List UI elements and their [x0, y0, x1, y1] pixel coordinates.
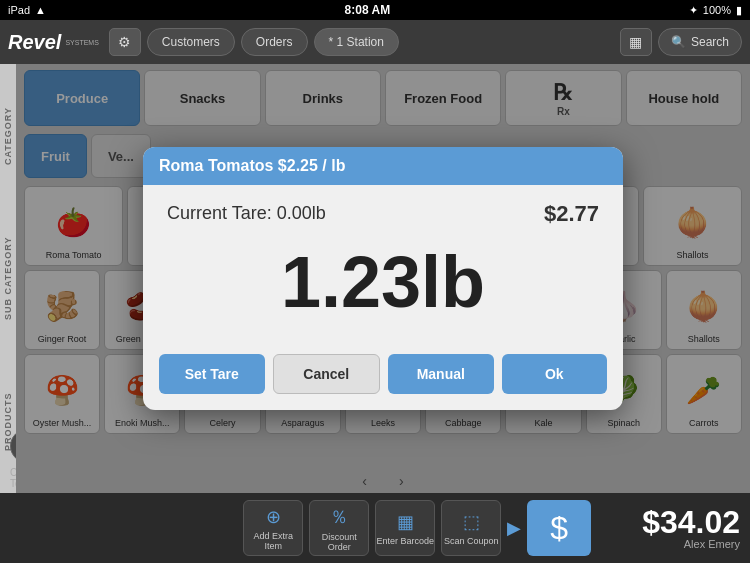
- top-nav: Revel SYSTEMS ⚙ Customers Orders * 1 Sta…: [0, 20, 750, 64]
- wifi-icon: ▲: [35, 4, 46, 16]
- bottom-actions: ⊕ Add Extra Item ％ Discount Order ▦ Ente…: [222, 500, 612, 556]
- orders-button[interactable]: Orders: [241, 28, 308, 56]
- discount-order-button[interactable]: ％ Discount Order: [309, 500, 369, 556]
- scan-icon: ⬚: [463, 511, 480, 533]
- main-area: Produce Snacks Drinks Frozen Food ℞ Rx H…: [16, 64, 750, 493]
- search-button[interactable]: 🔍 Search: [658, 28, 742, 56]
- discount-icon: ％: [330, 505, 348, 529]
- cancel-button[interactable]: Cancel: [273, 354, 381, 394]
- logo: Revel SYSTEMS: [8, 32, 99, 52]
- battery-icon: ▮: [736, 4, 742, 17]
- logo-sub: SYSTEMS: [65, 39, 98, 47]
- gear-icon: ⚙: [118, 34, 131, 50]
- arrow-icon: ▶: [507, 517, 521, 539]
- scan-coupon-button[interactable]: ⬚ Scan Coupon: [441, 500, 501, 556]
- modal-body: Current Tare: 0.00lb $2.77 1.23lb: [143, 185, 623, 354]
- customers-button[interactable]: Customers: [147, 28, 235, 56]
- grid-view-button[interactable]: ▦: [620, 28, 652, 56]
- search-icon: 🔍: [671, 35, 686, 49]
- modal-overlay: Roma Tomatos $2.25 / lb Current Tare: 0.…: [16, 64, 750, 493]
- logo-text: Revel: [8, 32, 61, 52]
- bottom-bar: Hold Order Order #0010980822 Total Items…: [0, 493, 750, 563]
- category-label: CATEGORY: [0, 64, 16, 207]
- bluetooth-icon: ✦: [689, 4, 698, 17]
- enter-barcode-button[interactable]: ▦ Enter Barcode: [375, 500, 435, 556]
- station-button[interactable]: * 1 Station: [314, 28, 399, 56]
- tare-label: Current Tare: 0.00lb: [167, 203, 326, 224]
- subcategory-label: SUB CATEGORY: [0, 207, 16, 350]
- status-ipad: iPad: [8, 4, 30, 16]
- tare-row: Current Tare: 0.00lb $2.77: [167, 201, 599, 227]
- status-time: 8:08 AM: [345, 3, 391, 17]
- add-item-label: Add Extra Item: [244, 531, 302, 551]
- manual-button[interactable]: Manual: [388, 354, 494, 394]
- plus-icon: ⊕: [266, 506, 281, 528]
- add-extra-item-button[interactable]: ⊕ Add Extra Item: [243, 500, 303, 556]
- checkout-button[interactable]: $: [527, 500, 591, 556]
- modal-footer: Set Tare Cancel Manual Ok: [143, 354, 623, 410]
- total-display: $34.02 Alex Emery: [620, 506, 740, 550]
- barcode-label: Enter Barcode: [376, 536, 434, 546]
- dollar-icon: $: [550, 510, 568, 547]
- content-area: CATEGORY SUB CATEGORY PRODUCTS Produce S…: [0, 64, 750, 493]
- set-tare-button[interactable]: Set Tare: [159, 354, 265, 394]
- weight-display: 1.23lb: [167, 235, 599, 338]
- user-name: Alex Emery: [684, 538, 740, 550]
- weight-modal: Roma Tomatos $2.25 / lb Current Tare: 0.…: [143, 147, 623, 410]
- products-label: PRODUCTS: [0, 350, 16, 493]
- battery-status: 100%: [703, 4, 731, 16]
- tare-price: $2.77: [544, 201, 599, 227]
- ok-button[interactable]: Ok: [502, 354, 608, 394]
- total-amount: $34.02: [642, 506, 740, 538]
- settings-button[interactable]: ⚙: [109, 28, 141, 56]
- barcode-icon: ▦: [397, 511, 414, 533]
- scan-label: Scan Coupon: [444, 536, 499, 546]
- side-labels: CATEGORY SUB CATEGORY PRODUCTS: [0, 64, 16, 493]
- grid-icon: ▦: [629, 34, 642, 50]
- discount-label: Discount Order: [310, 532, 368, 552]
- modal-header: Roma Tomatos $2.25 / lb: [143, 147, 623, 185]
- status-bar: iPad ▲ 8:08 AM ✦ 100% ▮: [0, 0, 750, 20]
